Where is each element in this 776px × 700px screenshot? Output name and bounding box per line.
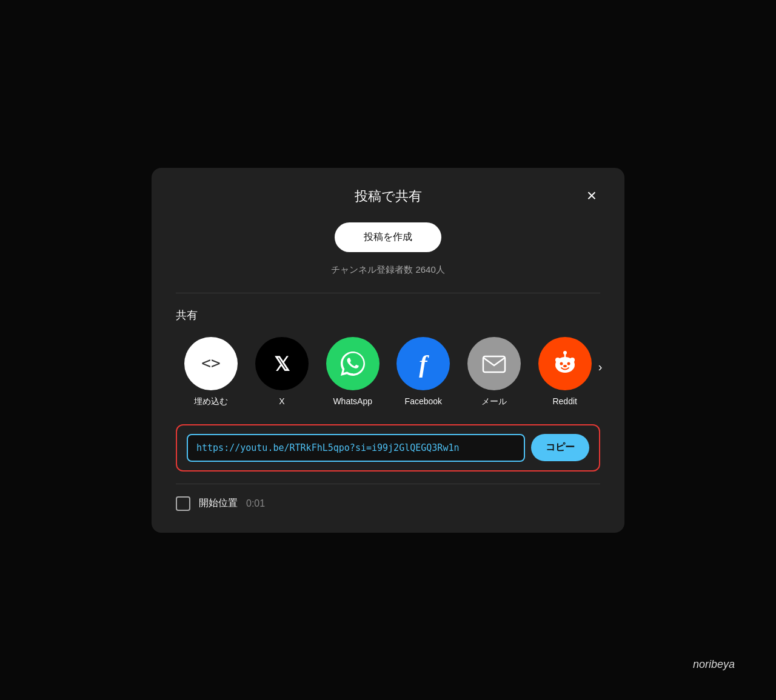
svg-point-9 — [563, 365, 567, 367]
reddit-label: Reddit — [552, 396, 577, 406]
whatsapp-label: WhatsApp — [333, 396, 372, 406]
facebook-icon-circle: f — [396, 337, 450, 390]
scroll-right-button[interactable]: › — [589, 356, 611, 378]
copy-button[interactable]: コピー — [531, 434, 589, 461]
overlay: 投稿で共有 × 投稿を作成 チャンネル登録者数 2640人 共有 <> 埋め込む — [0, 0, 776, 700]
share-item-embed[interactable]: <> 埋め込む — [176, 337, 247, 407]
svg-text:f: f — [420, 350, 430, 378]
svg-point-5 — [555, 358, 560, 362]
start-position-label: 開始位置 — [199, 497, 238, 510]
section-divider-2 — [176, 484, 600, 484]
embed-label: 埋め込む — [194, 396, 228, 407]
svg-text:𝕏: 𝕏 — [274, 353, 290, 375]
facebook-label: Facebook — [405, 396, 442, 406]
svg-point-11 — [563, 351, 567, 355]
subscribers-text: チャンネル登録者数 2640人 — [176, 264, 600, 276]
embed-icon-circle: <> — [184, 337, 238, 390]
url-copy-section: コピー — [176, 424, 600, 472]
share-item-facebook[interactable]: f Facebook — [388, 337, 459, 406]
reddit-icon-circle — [538, 337, 592, 390]
watermark: noribeya — [693, 658, 735, 671]
create-post-button[interactable]: 投稿を作成 — [335, 222, 441, 252]
x-icon-circle: 𝕏 — [255, 337, 309, 390]
svg-rect-3 — [483, 356, 505, 372]
email-label: メール — [481, 396, 507, 407]
x-label: X — [279, 396, 284, 406]
share-dialog: 投稿で共有 × 投稿を作成 チャンネル登録者数 2640人 共有 <> 埋め込む — [152, 168, 624, 533]
x-icon: 𝕏 — [267, 349, 296, 378]
reddit-icon — [550, 349, 580, 378]
start-position-time: 0:01 — [246, 498, 265, 509]
share-item-email[interactable]: メール — [459, 337, 530, 407]
whatsapp-icon-circle — [326, 337, 380, 390]
svg-point-6 — [570, 358, 575, 362]
share-section-label: 共有 — [176, 308, 600, 322]
close-button[interactable]: × — [578, 182, 605, 209]
svg-text:<>: <> — [202, 354, 221, 372]
whatsapp-icon — [338, 349, 367, 378]
embed-icon: <> — [198, 350, 224, 377]
start-position-row: 開始位置 0:01 — [176, 496, 600, 511]
email-icon — [480, 349, 509, 378]
section-divider-1 — [176, 293, 600, 293]
share-item-whatsapp[interactable]: WhatsApp — [317, 337, 388, 406]
share-icons-row: <> 埋め込む 𝕏 X — [176, 337, 600, 407]
start-position-checkbox[interactable] — [176, 496, 190, 511]
share-item-x[interactable]: 𝕏 X — [247, 337, 318, 406]
url-input[interactable] — [187, 434, 525, 462]
facebook-icon: f — [409, 349, 438, 378]
email-icon-circle — [467, 337, 521, 390]
dialog-header: 投稿で共有 × — [176, 187, 600, 205]
dialog-title: 投稿で共有 — [355, 187, 422, 205]
svg-point-8 — [567, 362, 570, 365]
svg-point-7 — [560, 362, 563, 365]
